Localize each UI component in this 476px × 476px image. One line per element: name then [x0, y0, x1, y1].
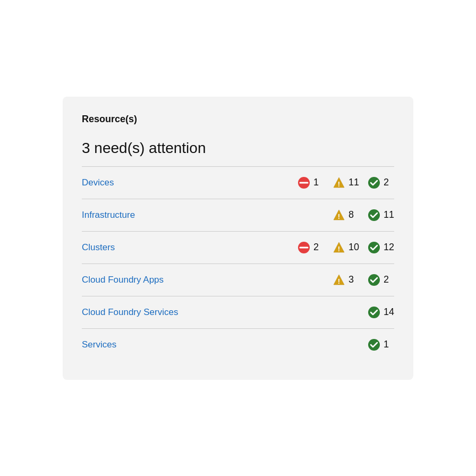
ok-icon	[368, 306, 380, 319]
error-group-clusters: 2	[298, 241, 324, 254]
ok-group-services: 1	[368, 338, 394, 351]
resource-name-infrastructure[interactable]: Infrastructure	[82, 210, 324, 220]
svg-text:!: !	[338, 180, 340, 188]
resource-name-devices[interactable]: Devices	[82, 177, 289, 188]
ok-count-devices: 2	[384, 177, 394, 188]
svg-point-4	[368, 177, 380, 189]
ok-icon	[368, 274, 380, 286]
resource-row-devices: Devices 1 ! 11 2	[82, 167, 394, 199]
svg-point-7	[368, 209, 380, 221]
ok-icon	[368, 338, 380, 351]
resource-row-cloud-foundry-services: Cloud Foundry Services 14	[82, 296, 394, 329]
ok-count-infrastructure: 11	[384, 209, 394, 220]
ok-count-services: 1	[384, 339, 394, 350]
ok-group-clusters: 12	[368, 241, 394, 254]
warning-count-clusters: 10	[348, 242, 359, 253]
resource-name-cloud-foundry-services[interactable]: Cloud Foundry Services	[82, 307, 359, 318]
warning-icon: !	[333, 176, 345, 189]
error-group-devices: 1	[298, 176, 324, 189]
ok-group-cloud-foundry-services: 14	[368, 306, 394, 319]
resource-name-services[interactable]: Services	[82, 339, 359, 350]
error-icon	[298, 241, 310, 254]
resource-name-clusters[interactable]: Clusters	[82, 242, 289, 253]
ok-icon	[368, 176, 380, 189]
warning-icon: !	[333, 241, 345, 254]
ok-count-clusters: 12	[384, 242, 394, 253]
svg-text:!: !	[338, 244, 340, 252]
warning-group-clusters: ! 10	[333, 241, 359, 254]
ok-group-cloud-foundry-apps: 2	[368, 274, 394, 286]
warning-group-infrastructure: ! 8	[333, 209, 359, 222]
ok-count-cloud-foundry-services: 14	[384, 307, 394, 318]
ok-count-cloud-foundry-apps: 2	[384, 274, 394, 285]
svg-text:!: !	[338, 277, 340, 285]
resource-row-infrastructure: Infrastructure ! 8 11	[82, 199, 394, 232]
resources-card: Resource(s) 3 need(s) attention Devices …	[63, 97, 413, 380]
warning-count-cloud-foundry-apps: 3	[348, 274, 359, 285]
resource-row-clusters: Clusters 2 ! 10 12	[82, 232, 394, 264]
warning-icon: !	[333, 209, 345, 222]
resource-row-services: Services 1	[82, 329, 394, 361]
ok-icon	[368, 209, 380, 222]
error-count-devices: 1	[313, 177, 324, 188]
warning-count-infrastructure: 8	[348, 209, 359, 220]
ok-icon	[368, 241, 380, 254]
warning-group-devices: ! 11	[333, 176, 359, 189]
error-icon	[298, 176, 310, 189]
svg-point-17	[368, 339, 380, 351]
ok-group-infrastructure: 11	[368, 209, 394, 222]
svg-point-12	[368, 242, 380, 253]
svg-text:!: !	[338, 212, 340, 220]
error-count-clusters: 2	[313, 242, 324, 253]
ok-group-devices: 2	[368, 176, 394, 189]
summary-text: 3 need(s) attention	[82, 140, 394, 157]
warning-icon: !	[333, 274, 345, 286]
card-title: Resource(s)	[82, 114, 394, 125]
warning-count-devices: 11	[348, 177, 359, 188]
resource-rows: Devices 1 ! 11 2 Infrastructure ! 8 11 C…	[82, 167, 394, 361]
resource-name-cloud-foundry-apps[interactable]: Cloud Foundry Apps	[82, 275, 324, 285]
resource-row-cloud-foundry-apps: Cloud Foundry Apps ! 3 2	[82, 264, 394, 296]
svg-point-16	[368, 307, 380, 318]
warning-group-cloud-foundry-apps: ! 3	[333, 274, 359, 286]
svg-point-15	[368, 274, 380, 286]
